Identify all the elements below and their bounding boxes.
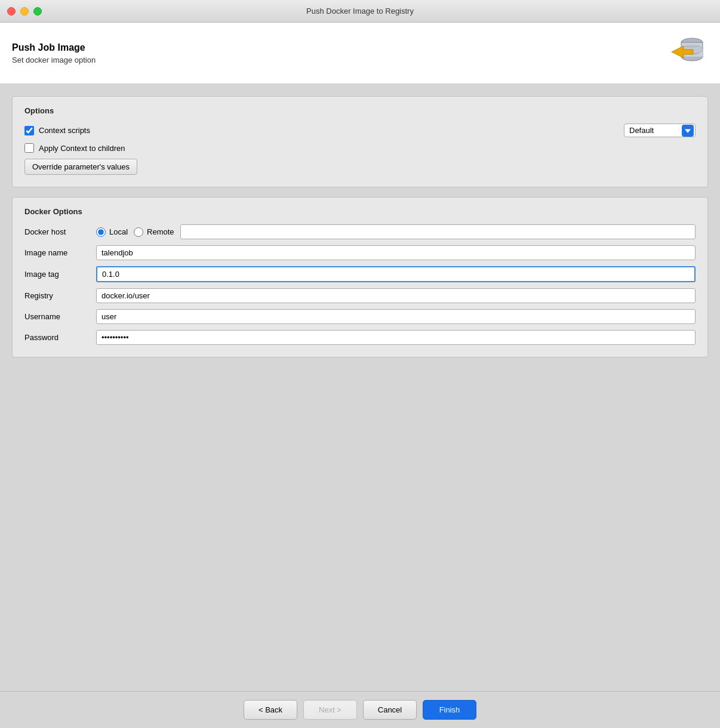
password-input[interactable]: [96, 330, 696, 345]
apply-context-label[interactable]: Apply Context to children: [39, 144, 125, 153]
options-section: Options Context scripts Default Apply Co…: [12, 96, 708, 187]
context-scripts-row: Context scripts Default: [24, 124, 696, 137]
docker-host-field: Local Remote: [96, 224, 696, 239]
header-title: Push Job Image: [12, 42, 96, 53]
next-button[interactable]: Next >: [303, 700, 357, 720]
registry-label: Registry: [24, 291, 90, 300]
back-button[interactable]: < Back: [244, 700, 297, 720]
username-label: Username: [24, 312, 90, 321]
maximize-button[interactable]: [33, 7, 42, 16]
remote-radio-group: Remote: [134, 227, 174, 237]
image-name-label: Image name: [24, 248, 90, 257]
override-row: Override parameter's values: [24, 159, 696, 175]
close-button[interactable]: [7, 7, 16, 16]
context-scripts-checkbox[interactable]: [24, 126, 34, 135]
apply-context-checkbox[interactable]: [24, 143, 34, 153]
image-tag-input[interactable]: [96, 266, 696, 282]
context-scripts-checkbox-group: Context scripts: [24, 126, 624, 135]
image-tag-label: Image tag: [24, 270, 90, 279]
docker-section-title: Docker Options: [24, 207, 696, 216]
apply-context-checkbox-group: Apply Context to children: [24, 143, 696, 153]
title-bar: Push Docker Image to Registry: [0, 0, 720, 23]
remote-label[interactable]: Remote: [147, 227, 174, 236]
remote-radio[interactable]: [134, 227, 143, 237]
override-button[interactable]: Override parameter's values: [24, 159, 137, 175]
header-text: Push Job Image Set docker image option: [12, 42, 96, 64]
apply-context-row: Apply Context to children: [24, 143, 696, 153]
local-radio[interactable]: [96, 227, 106, 237]
docker-options-section: Docker Options Docker host Local Remote …: [12, 197, 708, 357]
options-section-title: Options: [24, 106, 696, 115]
finish-button[interactable]: Finish: [423, 700, 476, 720]
local-radio-group: Local: [96, 227, 128, 237]
header: Push Job Image Set docker image option: [0, 23, 720, 84]
username-input[interactable]: [96, 309, 696, 324]
remote-host-input[interactable]: [180, 224, 696, 239]
image-name-input[interactable]: [96, 245, 696, 260]
main-content: Options Context scripts Default Apply Co…: [0, 84, 720, 691]
registry-input[interactable]: [96, 288, 696, 303]
context-scripts-label[interactable]: Context scripts: [39, 126, 90, 135]
cancel-button[interactable]: Cancel: [363, 700, 417, 720]
docker-form: Docker host Local Remote Image name Imag…: [24, 224, 696, 345]
context-scripts-dropdown[interactable]: Default: [624, 124, 696, 137]
traffic-lights: [7, 7, 42, 16]
window-title: Push Docker Image to Registry: [306, 7, 414, 16]
password-label: Password: [24, 333, 90, 342]
minimize-button[interactable]: [20, 7, 29, 16]
bottom-toolbar: < Back Next > Cancel Finish: [0, 691, 720, 728]
docker-host-label: Docker host: [24, 227, 90, 236]
header-icon: [666, 32, 708, 74]
local-label[interactable]: Local: [109, 227, 128, 236]
header-subtitle: Set docker image option: [12, 55, 96, 64]
